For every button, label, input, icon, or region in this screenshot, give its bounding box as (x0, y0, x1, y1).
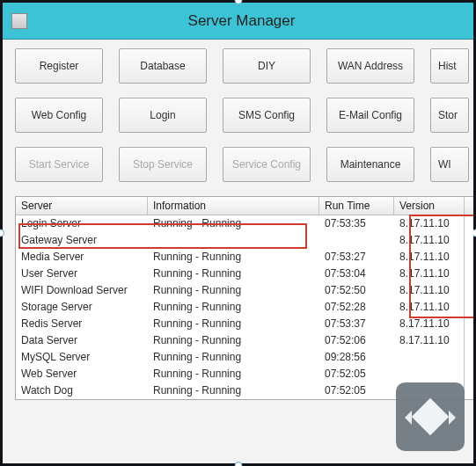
cell-time: 07:52:05 (319, 382, 394, 399)
toolbar-button-sms-config[interactable]: SMS Config (223, 98, 311, 133)
cell-server: Gateway Server (16, 232, 148, 249)
toolbar-button-start-service: Start Service (15, 147, 103, 182)
cell-info: Running - Running (148, 349, 319, 366)
window-frame: Server Manager RegisterDatabaseDIYWAN Ad… (0, 0, 476, 466)
table-row[interactable]: Media ServerRunning - Running07:53:278.1… (16, 249, 473, 266)
cell-ver (394, 366, 465, 382)
cell-ver (394, 349, 465, 366)
toolbar-button-diy[interactable]: DIY (223, 48, 311, 84)
col-version[interactable]: Version (394, 197, 465, 215)
nav-pad[interactable] (396, 382, 465, 451)
table-header: Server Information Run Time Version (16, 197, 473, 215)
col-runtime[interactable]: Run Time (319, 197, 394, 215)
cell-ver: 8.17.11.10 (394, 299, 465, 316)
cell-time: 07:52:28 (319, 299, 394, 316)
cell-ver: 8.17.11.10 (394, 332, 465, 349)
cell-ver: 8.17.11.10 (394, 249, 465, 266)
cell-server: Redis Server (16, 316, 148, 332)
cell-server: MySQL Server (16, 349, 148, 366)
cell-info: Running - Running (148, 266, 319, 282)
cell-time: 07:52:06 (319, 332, 394, 349)
cell-ver: 8.17.11.10 (394, 282, 465, 299)
cell-time: 07:53:35 (319, 215, 394, 232)
cell-server: Media Server (16, 249, 148, 266)
cell-server: WIFI Download Server (16, 282, 148, 299)
cell-info: Running - Running (148, 366, 319, 382)
chevron-left-icon (405, 411, 412, 425)
toolbar-button-login[interactable]: Login (119, 98, 207, 133)
toolbar-button-service-config: Service Config (223, 147, 311, 182)
table-row[interactable]: Web ServerRunning - Running07:52:05 (16, 366, 473, 382)
col-info[interactable]: Information (148, 197, 319, 215)
cell-server: User Server (16, 266, 148, 282)
app-icon (11, 13, 27, 29)
cell-server: Data Server (16, 332, 148, 349)
cell-info: Running - Running (148, 299, 319, 316)
toolbar-button-database[interactable]: Database (119, 48, 207, 84)
chevron-right-icon (449, 411, 456, 425)
cell-info: Running - Running (148, 282, 319, 299)
table-row[interactable]: Login ServerRunning - Running07:53:358.1… (16, 215, 473, 232)
window-title: Server Manager (27, 12, 473, 30)
table-row[interactable]: Gateway Server8.17.11.10 (16, 232, 473, 249)
cell-info: Running - Running (148, 249, 319, 266)
cell-ver: 8.17.11.10 (394, 266, 465, 282)
toolbar-row: Start ServiceStop ServiceService ConfigM… (15, 147, 473, 182)
nav-pad-center-icon (412, 398, 449, 435)
toolbar-row: Web ConfigLoginSMS ConfigE-Mail ConfigSt… (15, 98, 473, 133)
resize-handle-bottom[interactable] (234, 462, 242, 466)
cell-ver: 8.17.11.10 (394, 316, 465, 332)
cell-time: 07:52:05 (319, 366, 394, 382)
toolbar-button-register[interactable]: Register (15, 48, 103, 84)
toolbar-button-wi[interactable]: WI (430, 147, 469, 182)
cell-time: 07:52:50 (319, 282, 394, 299)
cell-server: Watch Dog (16, 382, 148, 399)
toolbar: RegisterDatabaseDIYWAN AddressHistWeb Co… (15, 48, 473, 182)
toolbar-button-stop-service: Stop Service (119, 147, 207, 182)
cell-server: Login Server (16, 215, 148, 232)
cell-info: Running - Running (148, 332, 319, 349)
table-row[interactable]: User ServerRunning - Running07:53:048.17… (16, 266, 473, 282)
toolbar-button-maintenance[interactable]: Maintenance (326, 147, 414, 182)
cell-time: 09:28:56 (319, 349, 394, 366)
cell-server: Storage Server (16, 299, 148, 316)
cell-server: Web Server (16, 366, 148, 382)
titlebar[interactable]: Server Manager (3, 3, 473, 40)
table-row[interactable]: Storage ServerRunning - Running07:52:288… (16, 299, 473, 316)
table-row[interactable]: Redis ServerRunning - Running07:53:378.1… (16, 316, 473, 332)
toolbar-button-web-config[interactable]: Web Config (15, 98, 103, 133)
server-table: Server Information Run Time Version Logi… (15, 196, 473, 400)
cell-time: 07:53:37 (319, 316, 394, 332)
toolbar-button-hist[interactable]: Hist (430, 48, 469, 84)
cell-info: Running - Running (148, 215, 319, 232)
cell-time: 07:53:27 (319, 249, 394, 266)
toolbar-button-wan-address[interactable]: WAN Address (326, 48, 414, 84)
cell-info (148, 232, 319, 249)
cell-ver: 8.17.11.10 (394, 215, 465, 232)
col-server[interactable]: Server (16, 197, 148, 215)
cell-info: Running - Running (148, 382, 319, 399)
table-row[interactable]: Data ServerRunning - Running07:52:068.17… (16, 332, 473, 349)
cell-info: Running - Running (148, 316, 319, 332)
toolbar-row: RegisterDatabaseDIYWAN AddressHist (15, 48, 473, 84)
client-area: RegisterDatabaseDIYWAN AddressHistWeb Co… (3, 40, 473, 463)
table-row[interactable]: WIFI Download ServerRunning - Running07:… (16, 282, 473, 299)
table-body: Login ServerRunning - Running07:53:358.1… (16, 215, 473, 399)
cell-time (319, 232, 394, 249)
toolbar-button-stor[interactable]: Stor (430, 98, 469, 133)
toolbar-button-e-mail-config[interactable]: E-Mail Config (326, 98, 414, 133)
table-row[interactable]: MySQL ServerRunning - Running09:28:56 (16, 349, 473, 366)
cell-ver: 8.17.11.10 (394, 232, 465, 249)
cell-time: 07:53:04 (319, 266, 394, 282)
